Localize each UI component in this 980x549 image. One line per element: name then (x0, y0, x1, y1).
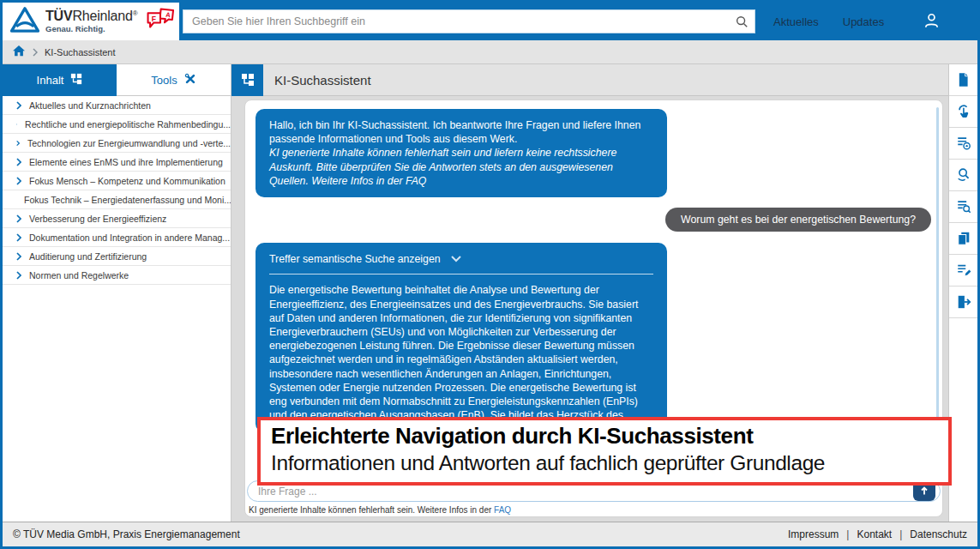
copyright-text: © TÜV Media GmbH, Praxis Energiemanageme… (13, 528, 240, 540)
breadcrumb: KI-Suchassistent (3, 40, 977, 64)
ai-disclaimer: KI generierte Inhalte können fehlerhaft … (249, 505, 511, 515)
tools-icon (184, 73, 196, 87)
breadcrumb-chevron-icon (33, 45, 38, 60)
panel-header: KI-Suchassistent (231, 64, 948, 96)
toc-item-dokumentation[interactable]: Dokumentation und Integration in andere … (3, 228, 231, 247)
assistant-intro-disclaimer: KI generierte Inhalte können fehlerhaft … (269, 146, 653, 188)
search-icon[interactable] (729, 10, 755, 33)
touch-navigation-icon[interactable] (949, 96, 977, 128)
faq-link[interactable]: FAQ (494, 505, 511, 515)
toc-item-technologien[interactable]: Technologien zur Energieumwandlung und -… (3, 134, 231, 153)
top-nav: Aktuelles Updates (773, 3, 884, 40)
arrow-up-icon (919, 486, 929, 496)
right-toolbar (948, 64, 977, 522)
chevron-right-icon (16, 252, 21, 261)
tab-inhalt[interactable]: Inhalt (3, 64, 117, 96)
footer-link-datenschutz[interactable]: Datenschutz (910, 528, 967, 540)
breadcrumb-current: KI-Suchassistent (45, 47, 116, 57)
chevron-right-icon (16, 101, 21, 110)
sitemap-icon (70, 73, 82, 87)
table-of-contents: Aktuelles und Kurznachrichten Rechtliche… (3, 96, 231, 285)
chevron-down-icon (451, 252, 461, 266)
user-question-bubble: Worum geht es bei der energetischen Bewe… (665, 208, 931, 232)
brand-tagline: Genau. Richtig. (45, 25, 137, 33)
document-icon[interactable] (949, 64, 977, 96)
sidebar: Inhalt Tools Aktuelles und Kurznachricht… (3, 64, 231, 522)
user-account-icon[interactable] (922, 11, 941, 34)
list-search-icon[interactable] (949, 191, 977, 223)
panel-sitemap-icon[interactable] (231, 64, 263, 96)
global-search-input[interactable] (183, 15, 729, 27)
footer-link-kontakt[interactable]: Kontakt (857, 528, 892, 540)
brand-logo[interactable]: TÜVRheinland® Genau. Richtig. F A (3, 3, 179, 40)
footer-link-impressum[interactable]: Impressum (788, 528, 839, 540)
toc-item-elemente[interactable]: Elemente eines EnMS und ihre Implementie… (3, 153, 231, 172)
chat-messages: Hallo, ich bin Ihr KI-Suchassistent. Ich… (245, 100, 942, 441)
tab-tools[interactable]: Tools (117, 64, 231, 96)
toc-item-normen[interactable]: Normen und Regelwerke (3, 266, 231, 285)
toc-item-verbesserung[interactable]: Verbesserung der Energieeffizienz (3, 209, 231, 228)
promo-title: Erleichterte Navigation durch KI-Suchass… (271, 422, 938, 451)
chevron-right-icon (16, 120, 17, 129)
chevron-right-icon (16, 158, 21, 166)
assistant-intro-text: Hallo, ich bin Ihr KI-Suchassistent. Ich… (269, 118, 653, 146)
chevron-right-icon (16, 177, 21, 185)
sidebar-tabs: Inhalt Tools (3, 64, 231, 96)
bubble-divider (269, 274, 653, 274)
nav-link-aktuelles[interactable]: Aktuelles (773, 15, 819, 28)
assistant-answer-text: Die energetische Bewertung beinhaltet di… (269, 283, 653, 422)
page-title: KI-Suchassistent (274, 73, 371, 87)
app-window: TÜVRheinland® Genau. Richtig. F A (0, 0, 980, 549)
home-icon[interactable] (12, 45, 26, 60)
chevron-right-icon (16, 271, 21, 280)
assistant-answer-bubble: Treffer semantische Suche anzeigen Die e… (256, 243, 667, 431)
chevron-right-icon (16, 214, 21, 223)
toc-item-auditierung[interactable]: Auditierung und Zertifizierung (3, 247, 231, 266)
faq-bubbles-icon[interactable]: F A (146, 7, 175, 36)
export-icon[interactable] (949, 287, 977, 318)
chevron-right-icon (16, 233, 21, 242)
footer: © TÜV Media GmbH, Praxis Energiemanageme… (3, 522, 977, 546)
brand-text: TÜVRheinland® Genau. Richtig. (45, 9, 137, 33)
list-status-icon[interactable] (949, 128, 977, 160)
nav-link-updates[interactable]: Updates (843, 15, 884, 28)
toc-item-fokus-mensch[interactable]: Fokus Mensch – Kompetenz und Kommunikati… (3, 172, 231, 190)
chevron-right-icon (16, 139, 20, 148)
search-touch-icon[interactable] (949, 160, 977, 191)
global-search (183, 9, 755, 33)
promo-subtitle: Informationen und Antworten auf fachlich… (271, 451, 938, 474)
footer-links: Impressum | Kontakt | Datenschutz (788, 528, 967, 540)
toc-item-rechtliche[interactable]: Rechtliche und energiepolitische Rahmenb… (3, 115, 231, 134)
toc-item-fokus-technik[interactable]: Fokus Technik – Energiedatenerfassung un… (3, 190, 231, 209)
copy-bookmark-icon[interactable] (949, 223, 977, 255)
semantic-hits-toggle[interactable]: Treffer semantische Suche anzeigen (269, 252, 653, 266)
toc-item-aktuelles[interactable]: Aktuelles und Kurznachrichten (3, 96, 231, 115)
list-edit-icon[interactable] (949, 255, 977, 287)
promo-callout: Erleichterte Navigation durch KI-Suchass… (257, 417, 952, 486)
top-header: TÜVRheinland® Genau. Richtig. F A (3, 3, 977, 40)
tuv-triangle-icon (10, 7, 39, 36)
assistant-intro-bubble: Hallo, ich bin Ihr KI-Suchassistent. Ich… (256, 109, 667, 197)
svg-text:F: F (152, 15, 156, 23)
